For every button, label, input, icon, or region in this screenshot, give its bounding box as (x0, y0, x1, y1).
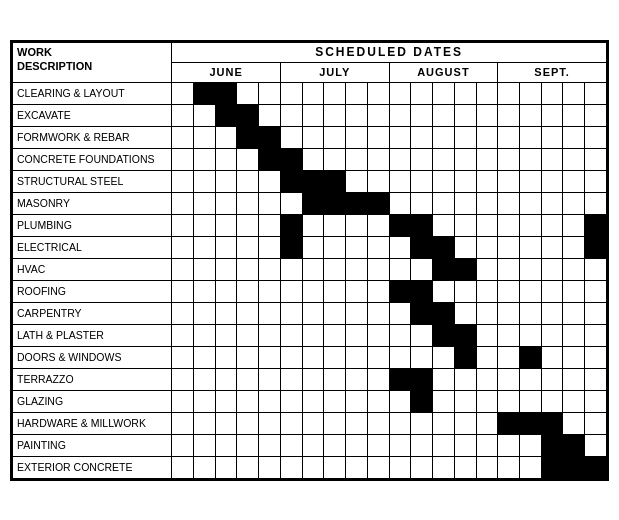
schedule-cell-14-3 (237, 390, 259, 412)
work-description-header: WORKDESCRIPTION (13, 42, 172, 82)
schedule-cell-7-16 (519, 236, 541, 258)
schedule-cell-14-15 (498, 390, 520, 412)
schedule-cell-12-10 (389, 346, 411, 368)
schedule-cell-6-14 (476, 214, 498, 236)
schedule-cell-1-4 (259, 104, 281, 126)
schedule-cell-5-2 (215, 192, 237, 214)
schedule-cell-7-10 (389, 236, 411, 258)
schedule-cell-1-12 (433, 104, 455, 126)
schedule-cell-14-8 (346, 390, 368, 412)
schedule-cell-8-8 (346, 258, 368, 280)
schedule-cell-16-3 (237, 434, 259, 456)
schedule-cell-7-0 (172, 236, 194, 258)
schedule-cell-16-17 (541, 434, 563, 456)
scheduled-dates-header: SCHEDULED DATES (172, 42, 607, 62)
schedule-cell-2-18 (563, 126, 585, 148)
schedule-cell-13-7 (324, 368, 346, 390)
schedule-cell-17-17 (541, 456, 563, 478)
schedule-cell-2-14 (476, 126, 498, 148)
schedule-cell-6-16 (519, 214, 541, 236)
schedule-cell-0-16 (519, 82, 541, 104)
schedule-cell-12-11 (411, 346, 433, 368)
schedule-cell-2-10 (389, 126, 411, 148)
schedule-cell-6-12 (433, 214, 455, 236)
schedule-cell-5-9 (367, 192, 389, 214)
work-label-11: LATH & PLASTER (13, 324, 172, 346)
schedule-cell-0-15 (498, 82, 520, 104)
schedule-cell-1-9 (367, 104, 389, 126)
schedule-cell-17-15 (498, 456, 520, 478)
schedule-cell-14-7 (324, 390, 346, 412)
schedule-cell-7-7 (324, 236, 346, 258)
schedule-cell-9-3 (237, 280, 259, 302)
schedule-cell-13-5 (280, 368, 302, 390)
schedule-cell-7-17 (541, 236, 563, 258)
schedule-cell-4-5 (280, 170, 302, 192)
work-label-2: FORMWORK & REBAR (13, 126, 172, 148)
schedule-cell-13-11 (411, 368, 433, 390)
schedule-cell-0-10 (389, 82, 411, 104)
schedule-cell-9-0 (172, 280, 194, 302)
schedule-cell-10-14 (476, 302, 498, 324)
schedule-cell-17-11 (411, 456, 433, 478)
schedule-cell-10-1 (193, 302, 215, 324)
schedule-cell-3-1 (193, 148, 215, 170)
schedule-cell-1-10 (389, 104, 411, 126)
schedule-cell-1-1 (193, 104, 215, 126)
schedule-cell-8-18 (563, 258, 585, 280)
schedule-cell-8-0 (172, 258, 194, 280)
schedule-cell-9-6 (302, 280, 324, 302)
schedule-cell-11-13 (454, 324, 476, 346)
schedule-cell-11-6 (302, 324, 324, 346)
schedule-cell-2-6 (302, 126, 324, 148)
schedule-cell-15-6 (302, 412, 324, 434)
schedule-cell-15-0 (172, 412, 194, 434)
schedule-cell-5-3 (237, 192, 259, 214)
schedule-cell-12-13 (454, 346, 476, 368)
schedule-cell-4-2 (215, 170, 237, 192)
work-label-4: STRUCTURAL STEEL (13, 170, 172, 192)
schedule-cell-3-10 (389, 148, 411, 170)
schedule-cell-16-6 (302, 434, 324, 456)
schedule-cell-6-3 (237, 214, 259, 236)
schedule-cell-0-9 (367, 82, 389, 104)
schedule-cell-3-13 (454, 148, 476, 170)
schedule-cell-5-15 (498, 192, 520, 214)
schedule-cell-4-17 (541, 170, 563, 192)
schedule-cell-15-8 (346, 412, 368, 434)
schedule-cell-10-0 (172, 302, 194, 324)
schedule-cell-13-18 (563, 368, 585, 390)
schedule-cell-9-15 (498, 280, 520, 302)
schedule-cell-4-11 (411, 170, 433, 192)
schedule-cell-4-19 (585, 170, 607, 192)
schedule-cell-13-13 (454, 368, 476, 390)
schedule-cell-2-0 (172, 126, 194, 148)
schedule-cell-14-11 (411, 390, 433, 412)
schedule-cell-7-18 (563, 236, 585, 258)
schedule-cell-8-17 (541, 258, 563, 280)
schedule-cell-9-2 (215, 280, 237, 302)
schedule-cell-3-16 (519, 148, 541, 170)
schedule-cell-14-2 (215, 390, 237, 412)
schedule-cell-14-14 (476, 390, 498, 412)
schedule-cell-17-16 (519, 456, 541, 478)
schedule-cell-9-18 (563, 280, 585, 302)
schedule-cell-4-15 (498, 170, 520, 192)
schedule-cell-17-18 (563, 456, 585, 478)
schedule-cell-4-18 (563, 170, 585, 192)
schedule-cell-16-13 (454, 434, 476, 456)
schedule-cell-7-9 (367, 236, 389, 258)
schedule-cell-17-7 (324, 456, 346, 478)
schedule-cell-6-13 (454, 214, 476, 236)
schedule-cell-6-5 (280, 214, 302, 236)
schedule-cell-9-9 (367, 280, 389, 302)
schedule-cell-8-3 (237, 258, 259, 280)
schedule-cell-2-19 (585, 126, 607, 148)
schedule-cell-1-0 (172, 104, 194, 126)
schedule-cell-3-4 (259, 148, 281, 170)
schedule-cell-17-13 (454, 456, 476, 478)
schedule-cell-13-2 (215, 368, 237, 390)
schedule-cell-5-18 (563, 192, 585, 214)
schedule-cell-0-19 (585, 82, 607, 104)
schedule-cell-5-8 (346, 192, 368, 214)
